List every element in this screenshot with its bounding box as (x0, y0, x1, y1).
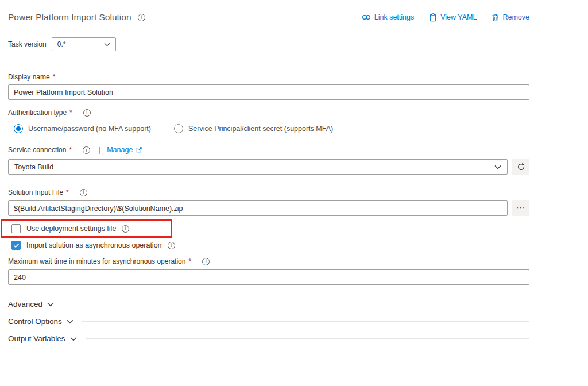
max-wait-label: Maximum wait time in minutes for asynchr… (8, 257, 529, 265)
required-asterisk: * (66, 188, 69, 196)
refresh-button[interactable] (512, 159, 529, 175)
section-output-variables[interactable]: Output Variables (8, 334, 529, 343)
task-config-panel: Power Platform Import Solution i Link se… (8, 0, 529, 343)
ellipsis-icon: ··· (516, 203, 525, 211)
chevron-down-icon (104, 43, 110, 47)
external-link-icon (136, 146, 142, 153)
section-divider (86, 338, 529, 339)
display-name-input[interactable] (8, 84, 529, 100)
display-name-label: Display name* (8, 73, 529, 81)
required-asterisk: * (188, 257, 191, 265)
clipboard-icon (429, 13, 437, 22)
required-asterisk: * (69, 146, 72, 154)
task-version-select[interactable]: 0.* (52, 37, 116, 51)
manage-link[interactable]: Manage (107, 146, 142, 154)
section-divider (82, 321, 529, 322)
import-async-checkbox[interactable] (11, 241, 21, 250)
radio-service-principal[interactable]: Service Principal/client secret (support… (174, 124, 333, 133)
task-version-label: Task version (8, 40, 47, 48)
radio-unselected-icon (174, 124, 183, 133)
task-version-row: Task version 0.* (8, 37, 529, 51)
separator: | (99, 146, 100, 154)
info-icon[interactable]: i (83, 146, 90, 154)
remove-button[interactable]: Remove (492, 13, 529, 22)
authentication-radio-group: Username/password (no MFA support) Servi… (14, 124, 529, 133)
service-connection-select[interactable]: Toyota Build (8, 159, 508, 175)
checkbox-label: Import solution as asynchronous operatio… (26, 241, 162, 249)
browse-button[interactable]: ··· (512, 200, 529, 216)
required-asterisk: * (53, 73, 56, 81)
trash-icon (492, 13, 499, 22)
info-icon[interactable]: i (83, 109, 91, 117)
info-icon[interactable]: i (202, 258, 210, 265)
info-icon[interactable]: i (80, 189, 87, 196)
max-wait-input[interactable] (8, 269, 529, 285)
info-icon[interactable]: i (122, 225, 129, 233)
section-control-options[interactable]: Control Options (8, 317, 529, 326)
section-advanced[interactable]: Advanced (8, 300, 529, 308)
chevron-down-icon (47, 302, 54, 307)
chevron-down-icon (494, 165, 501, 169)
page-title: Power Platform Import Solution (8, 12, 131, 22)
use-deployment-settings-row: Use deployment settings file i (11, 224, 529, 233)
chevron-down-icon (70, 337, 77, 341)
radio-username-password[interactable]: Username/password (no MFA support) (14, 124, 151, 133)
header-actions: Link settings View YAML Remove (362, 13, 529, 22)
solution-input-file-row: ··· (8, 200, 529, 216)
panel-header: Power Platform Import Solution i Link se… (8, 0, 529, 22)
info-icon[interactable]: i (168, 242, 175, 249)
use-deployment-settings-checkbox[interactable] (11, 224, 21, 233)
authentication-type-label: Authentication type* i (8, 109, 529, 117)
refresh-icon (517, 163, 525, 171)
info-icon[interactable]: i (138, 14, 145, 21)
checkbox-label: Use deployment settings file (26, 225, 116, 233)
solution-input-file-input[interactable] (8, 200, 508, 216)
solution-input-file-label: Solution Input File* i (8, 188, 529, 196)
view-yaml-button[interactable]: View YAML (429, 13, 477, 22)
service-connection-label: Service connection* i | Manage (8, 146, 529, 154)
required-asterisk: * (69, 109, 72, 117)
radio-selected-icon (14, 124, 23, 133)
link-settings-button[interactable]: Link settings (362, 13, 414, 21)
service-connection-row: Toyota Build (8, 159, 529, 175)
chevron-down-icon (67, 319, 74, 324)
check-icon (13, 243, 20, 248)
highlighted-option-wrap: Use deployment settings file i (8, 224, 529, 233)
import-async-row: Import solution as asynchronous operatio… (11, 241, 529, 250)
link-icon (362, 13, 371, 21)
section-divider (63, 304, 529, 304)
